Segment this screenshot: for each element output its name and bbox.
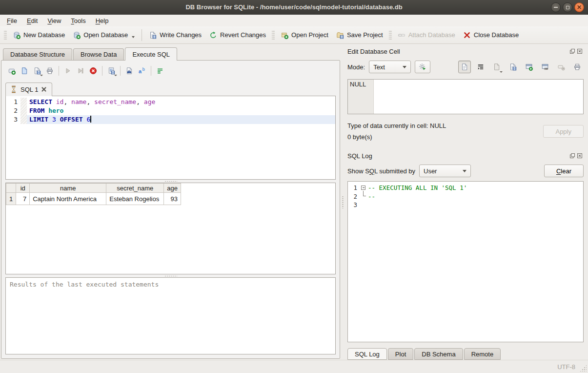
table-cell[interactable]: Captain North America <box>30 193 106 205</box>
code-token: , <box>86 98 94 105</box>
stop-execution-icon[interactable] <box>87 65 100 77</box>
table-cell[interactable]: Esteban Rogelios <box>106 193 164 205</box>
export-data-icon[interactable] <box>523 61 535 73</box>
word-wrap-icon[interactable] <box>474 61 487 73</box>
dock-float-icon[interactable] <box>569 48 575 54</box>
splitter-grip <box>164 275 177 277</box>
word-wrap-icon[interactable] <box>154 65 166 77</box>
menu-edit[interactable]: Edit <box>22 16 42 26</box>
maximize-button[interactable] <box>563 2 572 12</box>
submitted-by-combobox[interactable]: User <box>419 165 471 177</box>
table-row[interactable]: 17Captain North AmericaEsteban Rogelios9… <box>6 193 181 205</box>
code-token: secret_name <box>94 98 136 105</box>
line-number: 3 <box>348 201 360 209</box>
find-replace-icon[interactable] <box>123 65 136 77</box>
new-database-button[interactable]: New Database <box>9 29 69 41</box>
revert-changes-button[interactable]: Revert Changes <box>205 29 270 41</box>
sql-log-filter-row: Show SQL submitted by User Clear <box>347 164 584 178</box>
close-button[interactable]: ✕ <box>574 2 584 12</box>
execute-sql-panel: ab SQL 1 1SELECT id, name, secret_name, … <box>1 60 340 359</box>
auto-apply-button[interactable] <box>415 61 430 73</box>
sql-editor[interactable]: 1SELECT id, name, secret_name, age2FROM … <box>5 96 336 180</box>
menu-view[interactable]: View <box>42 16 66 26</box>
edit-cell-title: Edit Database Cell <box>347 48 569 55</box>
table-cell[interactable]: 7 <box>16 193 30 205</box>
toolbar-handle[interactable] <box>389 30 392 41</box>
edit-cell-mode-row: Mode: Text <box>347 60 584 74</box>
close-database-button[interactable]: Close Database <box>459 29 523 41</box>
format-sql-icon[interactable]: ab <box>136 65 148 77</box>
dock-float-icon[interactable] <box>569 153 575 159</box>
cell-editor-area[interactable] <box>374 80 583 114</box>
print-sql-icon[interactable] <box>43 65 56 77</box>
svg-text:b: b <box>142 67 145 72</box>
hourglass-icon <box>10 85 18 93</box>
menu-file[interactable]: File <box>2 16 22 26</box>
code-token <box>44 107 48 114</box>
execute-all-icon[interactable] <box>61 65 74 77</box>
write-changes-button[interactable]: Write Changes <box>145 29 205 41</box>
column-header-secret_name[interactable]: secret_name <box>106 184 164 193</box>
tab-database-structure[interactable]: Database Structure <box>3 48 72 60</box>
fold-collapse-icon[interactable] <box>361 186 365 190</box>
mode-combobox[interactable]: Text <box>369 61 411 73</box>
editor-line-text: LIMIT 3 OFFSET 6 <box>27 115 335 124</box>
print-cell-icon[interactable] <box>571 61 584 73</box>
save-results-icon[interactable] <box>105 65 118 77</box>
results-message: Results of the last executed statements <box>5 277 336 354</box>
column-header-name[interactable]: name <box>30 184 106 193</box>
new-sql-tab-icon[interactable] <box>5 65 18 77</box>
menu-help[interactable]: Help <box>91 16 114 26</box>
tab-execute-sql[interactable]: Execute SQL <box>125 47 177 61</box>
toolbar-handle[interactable] <box>4 30 7 41</box>
open-sql-file-icon[interactable] <box>18 65 31 77</box>
column-header-id[interactable]: id <box>16 184 30 193</box>
log-text: -- <box>368 192 375 201</box>
minimize-button[interactable] <box>551 2 561 12</box>
tab-close-icon[interactable] <box>41 86 47 92</box>
cell-editor[interactable]: NULL <box>347 79 584 114</box>
results-table[interactable]: idnamesecret_nameage17Captain North Amer… <box>6 183 181 205</box>
menu-bar: FileEditViewToolsHelp <box>0 15 588 26</box>
sql-tab[interactable]: SQL 1 <box>5 83 52 96</box>
open-project-button[interactable]: Open Project <box>277 29 332 41</box>
resize-grip[interactable] <box>580 365 587 372</box>
menu-tools[interactable]: Tools <box>66 16 90 26</box>
right-pane: Edit Database Cell Mode: Text NULL Type <box>344 44 588 360</box>
text-mode-icon[interactable] <box>458 61 471 73</box>
fold-margin <box>360 192 368 201</box>
dock-close-icon[interactable] <box>577 48 583 54</box>
bottom-tab-db-schema[interactable]: DB Schema <box>414 348 463 360</box>
open-database-button[interactable]: Open Database <box>69 29 139 41</box>
save-data-icon[interactable] <box>507 61 519 73</box>
main-tab-bar: Database StructureBrowse DataExecute SQL <box>0 44 341 60</box>
save-sql-file-icon[interactable] <box>31 65 43 77</box>
menu-mnemonic: F <box>7 17 11 24</box>
dock-close-icon[interactable] <box>577 153 583 159</box>
import-data-icon[interactable] <box>490 61 503 73</box>
chevron-down-icon <box>40 75 43 76</box>
save-project-button[interactable]: Save Project <box>332 29 387 41</box>
sql-subtab-bar: SQL 1 <box>5 82 336 96</box>
bottom-tab-remote[interactable]: Remote <box>464 348 501 360</box>
gear-apply-icon <box>419 63 426 71</box>
column-header-age[interactable]: age <box>164 184 181 193</box>
menu-mnemonic: V <box>47 17 51 24</box>
clear-button[interactable]: Clear <box>544 165 584 177</box>
bottom-tab-sql-log[interactable]: SQL Log <box>347 348 387 360</box>
code-token: SELECT <box>29 98 52 105</box>
bottom-tab-plot[interactable]: Plot <box>388 348 413 360</box>
apply-button[interactable]: Apply <box>543 125 584 138</box>
code-token: 3 <box>52 116 56 123</box>
table-cell[interactable]: 93 <box>164 193 181 205</box>
execute-line-icon[interactable] <box>74 65 87 77</box>
copy-link-icon[interactable] <box>539 61 551 73</box>
submitted-by-value: User <box>424 167 459 175</box>
chevron-down-icon[interactable] <box>132 36 135 38</box>
sql-log-editor[interactable]: 1-- EXECUTING ALL IN 'SQL 1'2--3 <box>347 181 584 342</box>
svg-text:a: a <box>139 68 142 74</box>
toolbar-handle[interactable] <box>272 30 275 41</box>
set-null-icon[interactable] <box>555 61 568 73</box>
table-header-row: idnamesecret_nameage <box>6 184 181 193</box>
tab-browse-data[interactable]: Browse Data <box>73 48 124 60</box>
